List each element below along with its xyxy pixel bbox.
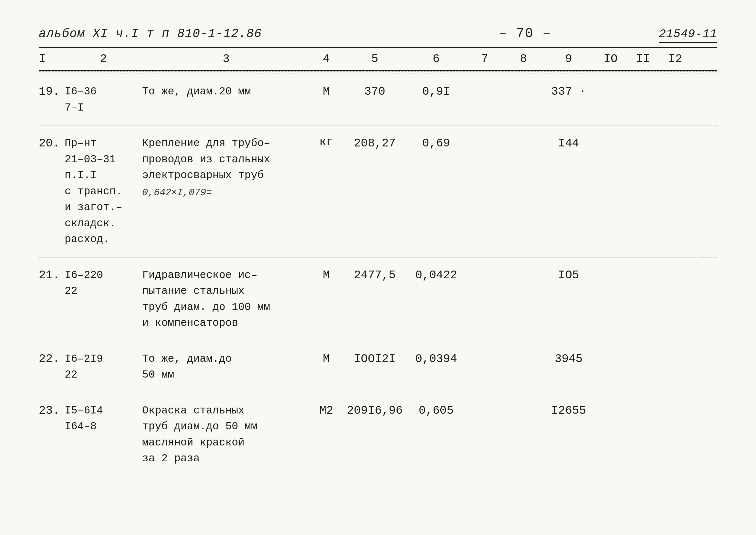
page: альбом XI ч.I т п 810-1-12.86 – 70 – 215… <box>0 0 756 535</box>
row-qty-21: 2477,5 <box>342 268 407 282</box>
table-row: 20. Пр–нт21–03–31п.I.Iс трансп.и загот.–… <box>39 126 717 258</box>
header-left: альбом XI ч.I т п 810-1-12.86 <box>39 27 262 41</box>
sub-note-20: 0,642×I,079= <box>142 185 310 200</box>
row-c9-21: IO5 <box>543 268 594 282</box>
row-unit-23: М2 <box>310 403 342 417</box>
col-header-6: 6 <box>407 52 465 66</box>
row-qty-22: IOOI2I <box>342 351 407 366</box>
row-code-19: I6–367–I <box>65 84 142 116</box>
row-unit-20: кг <box>310 135 342 149</box>
table-wrapper: I 2 3 4 5 6 7 8 9 IO II I2 19. I6–367–I … <box>39 47 717 476</box>
row-desc-22: То же, диам.до50 мм <box>142 351 310 383</box>
row-desc-23: Окраска стальныхтруб диам.до 50 мммаслян… <box>142 403 310 467</box>
table-row: 21. I6–22022 Гидравлическое ис–пытание с… <box>39 258 717 341</box>
row-unit-22: М <box>310 351 342 366</box>
dot-19: · <box>579 85 586 98</box>
col-header-8: 8 <box>504 52 543 66</box>
row-num-23: 23. <box>39 403 65 417</box>
row-unit-19: М <box>310 84 342 98</box>
row-coeff-19: 0,9I <box>407 84 465 98</box>
col-header-3: 3 <box>142 52 310 66</box>
row-c9-20: I44 <box>543 135 594 150</box>
row-coeff-20: 0,69 <box>407 135 465 150</box>
col-header-1: I <box>39 52 65 66</box>
col-header-11: II <box>627 52 659 66</box>
row-c9-19: 337 · <box>543 84 594 98</box>
row-num-20: 20. <box>39 135 65 150</box>
row-code-20: Пр–нт21–03–31п.I.Iс трансп.и загот.–скла… <box>65 135 142 248</box>
header-center: – 70 – <box>499 26 551 42</box>
column-header-row: I 2 3 4 5 6 7 8 9 IO II I2 <box>39 47 717 71</box>
row-code-21: I6–22022 <box>65 268 142 299</box>
row-desc-21: Гидравлическое ис–пытание стальныхтруб д… <box>142 268 310 331</box>
row-num-22: 22. <box>39 351 65 366</box>
col-header-4: 4 <box>310 52 342 66</box>
row-desc-19: То же, диам.20 мм <box>142 84 310 100</box>
row-c9-22: 3945 <box>543 351 594 366</box>
row-coeff-23: 0,605 <box>407 403 465 417</box>
header-divider <box>39 71 717 72</box>
header-row: альбом XI ч.I т п 810-1-12.86 – 70 – 215… <box>39 26 717 44</box>
col-header-10: IO <box>594 52 627 66</box>
table-row: 23. I5–6I4I64–8 Окраска стальныхтруб диа… <box>39 393 717 476</box>
row-coeff-21: 0,0422 <box>407 268 465 282</box>
row-qty-19: 370 <box>342 84 407 98</box>
row-qty-20: 208,27 <box>342 135 407 150</box>
row-code-23: I5–6I4I64–8 <box>65 403 142 435</box>
header-right: 21549-11 <box>659 27 717 43</box>
row-qty-23: 209I6,96 <box>342 403 407 417</box>
row-coeff-22: 0,0394 <box>407 351 465 366</box>
table-row: 22. I6–2I922 То же, диам.до50 мм М IOOI2… <box>39 341 717 393</box>
col-header-2: 2 <box>65 52 142 66</box>
header-divider-2 <box>39 73 717 73</box>
row-desc-20: Крепление для трубо–проводов из стальных… <box>142 135 310 200</box>
col-header-7: 7 <box>465 52 504 66</box>
row-num-21: 21. <box>39 268 65 282</box>
row-unit-21: М <box>310 268 342 282</box>
row-c9-23: I2655 <box>543 403 594 417</box>
col-header-5: 5 <box>342 52 407 66</box>
col-header-12: I2 <box>659 52 691 66</box>
table-row: 19. I6–367–I То же, диам.20 мм М 370 0,9… <box>39 74 717 126</box>
row-num-19: 19. <box>39 84 65 98</box>
col-header-9: 9 <box>543 52 594 66</box>
row-code-22: I6–2I922 <box>65 351 142 383</box>
